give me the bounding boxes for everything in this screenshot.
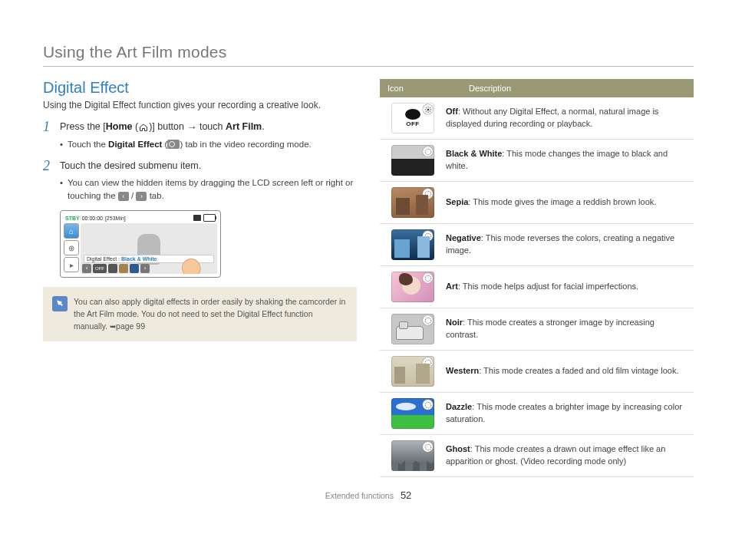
step-1: 1 Press the [Home ()] button → touch Art… xyxy=(43,120,357,135)
off-icon: OFF xyxy=(391,103,434,133)
table-row: Black & White: This mode changes the ima… xyxy=(380,140,694,182)
art-icon xyxy=(391,272,434,302)
step1-bullet: Touch the Digital Effect () tab in the v… xyxy=(60,138,357,151)
time-remaining: [253Min] xyxy=(105,216,126,221)
thumb[interactable] xyxy=(108,264,117,273)
artfilm-label: Art Film xyxy=(226,121,262,132)
svg-point-16 xyxy=(425,444,431,450)
table-row: OFF Off: Without any Digital Effect, a n… xyxy=(380,97,694,140)
thumb[interactable] xyxy=(119,264,128,273)
table-row: Dazzle: This mode creates a brighter ima… xyxy=(380,393,694,435)
next-button[interactable]: › xyxy=(140,264,150,273)
step1-end: . xyxy=(262,121,264,132)
manual-page: Using the Art Film modes Digital Effect … xyxy=(0,0,732,524)
svg-point-14 xyxy=(425,360,431,366)
step1-pre: Press the [ xyxy=(60,121,106,132)
negative-icon xyxy=(391,229,434,260)
page-ref-arrow: ➥ xyxy=(110,322,116,331)
step-number: 2 xyxy=(43,159,54,173)
svg-point-15 xyxy=(425,402,431,408)
svg-point-9 xyxy=(425,149,431,155)
s2b-l1: You can view the hidden items by draggin… xyxy=(68,178,353,200)
s1b-bold: Digital Effect xyxy=(108,140,162,149)
step1-mid: ( xyxy=(132,121,138,132)
row-desc: : Without any Digital Effect, a normal, … xyxy=(446,107,658,128)
row-desc: : This mode gives the image a reddish br… xyxy=(468,197,656,206)
arrow-icon: → xyxy=(186,121,196,133)
stby-label: STBY xyxy=(65,216,80,221)
footer-section: Extended functions xyxy=(325,491,394,500)
row-desc: : This mode creates a brighter image by … xyxy=(446,402,682,423)
dazzle-icon xyxy=(391,398,434,429)
page-footer: Extended functions 52 xyxy=(43,489,694,501)
ghost-icon xyxy=(391,440,434,471)
row-name: Western xyxy=(446,366,479,375)
tip-page-ref: page 99 xyxy=(116,321,145,331)
home-icon[interactable]: ⌂ xyxy=(64,223,79,239)
chevron-left-icon: ‹ xyxy=(118,192,129,201)
th-icon: Icon xyxy=(380,79,461,97)
play-icon[interactable]: ▸ xyxy=(64,257,79,272)
tip-box: You can also apply digital effects in or… xyxy=(43,287,357,341)
step1-touch: touch xyxy=(196,121,226,132)
row-desc: : This mode creates a drawn out image ef… xyxy=(446,444,665,466)
right-column: Icon Description OFF Off: Without any Di… xyxy=(380,79,694,477)
bar-label: Digital Effect : xyxy=(87,256,121,262)
svg-line-8 xyxy=(429,107,430,108)
page-title: Using the Art Film modes xyxy=(43,43,694,67)
svg-point-10 xyxy=(425,191,431,197)
step-2: 2 Touch the desired submenu item. xyxy=(43,159,357,173)
off-button[interactable]: OFF xyxy=(93,264,107,273)
prev-button[interactable]: ‹ xyxy=(82,264,91,273)
noir-icon xyxy=(391,314,434,344)
step1-posticon: )] button xyxy=(149,121,186,132)
table-row: Noir: This mode creates a stronger image… xyxy=(380,308,694,351)
svg-point-12 xyxy=(425,275,431,282)
note-icon xyxy=(52,296,68,311)
step2-bullet: You can view the hidden items by draggin… xyxy=(60,176,357,203)
s2b-l2: tab. xyxy=(147,191,163,200)
camera-icon xyxy=(193,215,201,221)
step-number: 1 xyxy=(43,120,54,133)
step2-text: Touch the desired submenu item. xyxy=(60,159,357,173)
table-row: Sepia: This mode gives the image a reddi… xyxy=(380,182,694,224)
row-desc: : This mode helps adjust for facial impe… xyxy=(458,282,638,291)
bw-icon xyxy=(391,145,434,176)
table-header: Icon Description xyxy=(380,79,694,97)
row-name: Sepia xyxy=(446,197,468,206)
row-name: Negative xyxy=(446,233,481,242)
left-column: Digital Effect Using the Digital Effect … xyxy=(43,79,357,477)
row-name: Art xyxy=(446,282,458,291)
svg-line-5 xyxy=(426,107,427,108)
section-title: Digital Effect xyxy=(43,79,357,97)
row-name: Black & White xyxy=(446,149,502,158)
table-row: Ghost: This mode creates a drawn out ima… xyxy=(380,435,694,477)
svg-point-0 xyxy=(427,108,429,110)
svg-point-13 xyxy=(425,318,431,324)
svg-line-6 xyxy=(429,110,430,111)
chevron-right-icon: › xyxy=(136,192,147,201)
row-name: Noir xyxy=(446,318,463,327)
svg-line-7 xyxy=(426,110,427,111)
row-name: Dazzle xyxy=(446,402,472,411)
page-number: 52 xyxy=(401,489,411,501)
zoom-icon[interactable]: ⊕ xyxy=(64,240,79,255)
thumb[interactable] xyxy=(130,264,139,273)
western-icon xyxy=(391,356,434,387)
svg-point-11 xyxy=(425,233,431,239)
digital-effect-icon xyxy=(167,140,180,149)
th-desc: Description xyxy=(461,79,694,97)
table-row: Art: This mode helps adjust for facial i… xyxy=(380,266,694,308)
battery-icon xyxy=(203,214,216,222)
bar-value: Black & White xyxy=(121,256,157,262)
home-label: Home xyxy=(106,121,133,132)
intro-text: Using the Digital Effect function gives … xyxy=(43,100,357,110)
s1b-mid: ( xyxy=(162,140,167,149)
s1b-post: ) tab in the video recording mode. xyxy=(180,140,311,149)
home-icon xyxy=(138,123,149,132)
s2b-sep: / xyxy=(129,191,137,200)
row-desc: : This mode creates a faded and old film… xyxy=(479,366,678,375)
row-name: Ghost xyxy=(446,444,470,453)
table-row: Negative: This mode reverses the colors,… xyxy=(380,224,694,266)
lcd-screenshot: STBY 00:00:00 [253Min] ⌂ ⊕ ▸ xyxy=(60,210,221,278)
